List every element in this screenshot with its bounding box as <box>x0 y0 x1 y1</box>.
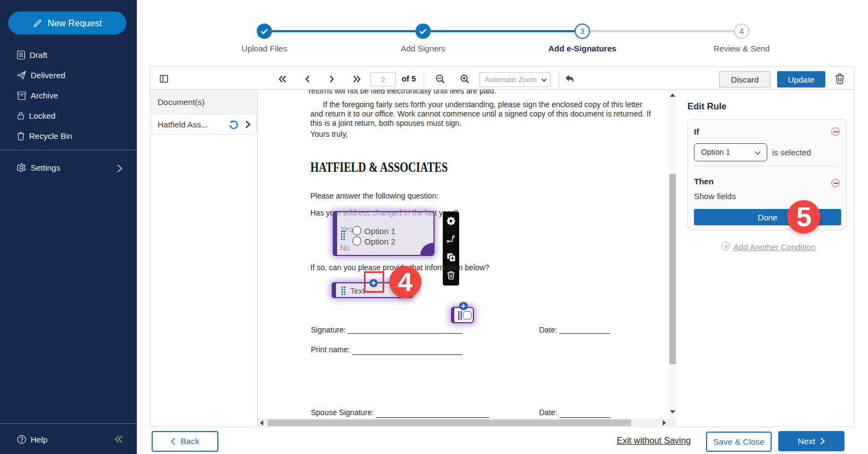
svg-text:HATFIELD & ASSOCIATES: HATFIELD & ASSOCIATES <box>310 159 448 174</box>
